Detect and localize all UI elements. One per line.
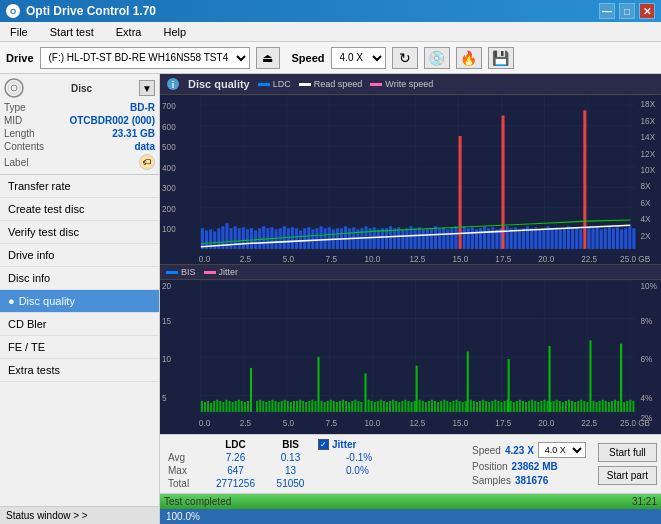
speed-select-control[interactable]: 4.0 X: [538, 442, 586, 458]
jitter-checkbox[interactable]: ✓: [318, 439, 329, 450]
svg-rect-237: [339, 401, 341, 412]
status-window-button[interactable]: Status window > >: [0, 506, 159, 524]
svg-text:7.5: 7.5: [326, 418, 338, 428]
drive-select[interactable]: (F:) HL-DT-ST BD-RE WH16NS58 TST4: [40, 47, 250, 69]
svg-rect-206: [265, 402, 267, 412]
chart-title: Disc quality: [188, 78, 250, 90]
menu-file[interactable]: File: [4, 24, 34, 40]
svg-rect-94: [414, 228, 417, 249]
svg-rect-291: [513, 402, 515, 412]
speed-select[interactable]: 4.0 X: [331, 47, 386, 69]
disc-quality-label: Disc quality: [19, 295, 75, 307]
left-panel: Disc ▼ Type BD-R MID OTCBDR002 (000) Len…: [0, 74, 160, 524]
minimize-button[interactable]: —: [599, 3, 615, 19]
svg-text:i: i: [172, 80, 175, 90]
close-button[interactable]: ✕: [639, 3, 655, 19]
menu-bar: File Start test Extra Help: [0, 22, 661, 42]
menu-help[interactable]: Help: [157, 24, 192, 40]
svg-rect-236: [336, 402, 338, 412]
svg-rect-208: [271, 400, 273, 412]
col-empty: [168, 439, 208, 450]
menu-start-test[interactable]: Start test: [44, 24, 100, 40]
svg-text:17.5: 17.5: [495, 418, 511, 428]
svg-rect-145: [620, 229, 623, 248]
svg-rect-242: [354, 400, 356, 412]
start-full-button[interactable]: Start full: [598, 443, 657, 462]
svg-rect-259: [411, 402, 413, 412]
svg-rect-60: [275, 229, 278, 248]
disc-header: Disc ▼: [4, 78, 155, 98]
svg-text:700: 700: [162, 102, 176, 111]
svg-text:12.5: 12.5: [409, 418, 425, 428]
svg-rect-51: [238, 228, 241, 249]
samples-value: 381676: [515, 475, 548, 486]
svg-rect-245: [368, 400, 370, 412]
svg-rect-227: [305, 402, 307, 412]
menu-extra[interactable]: Extra: [110, 24, 148, 40]
legend-write: Write speed: [370, 79, 433, 89]
progress-percent: 100.0%: [166, 511, 200, 522]
chart-header-icon: i: [166, 77, 180, 91]
nav-drive-info[interactable]: Drive info: [0, 244, 159, 267]
svg-rect-257: [404, 400, 406, 412]
svg-text:6%: 6%: [641, 354, 653, 364]
nav-fe-te[interactable]: FE / TE: [0, 336, 159, 359]
nav-disc-quality[interactable]: ● Disc quality: [0, 290, 159, 313]
total-bis: 51050: [263, 478, 318, 489]
nav-verify-test-disc[interactable]: Verify test disc: [0, 221, 159, 244]
svg-rect-190: [213, 401, 215, 412]
title-bar-controls[interactable]: — □ ✕: [599, 3, 655, 19]
nav-create-test-disc[interactable]: Create test disc: [0, 198, 159, 221]
svg-rect-129: [555, 227, 558, 249]
svg-rect-92: [405, 228, 408, 249]
right-panel: i Disc quality LDC Read speed Write spee…: [160, 74, 661, 524]
disc-section-label: Disc: [71, 83, 92, 94]
svg-text:22.5: 22.5: [581, 255, 597, 264]
svg-text:18X: 18X: [641, 100, 656, 109]
svg-rect-292: [516, 401, 518, 412]
svg-rect-137: [587, 226, 590, 249]
nav-disc-info[interactable]: Disc info: [0, 267, 159, 290]
maximize-button[interactable]: □: [619, 3, 635, 19]
svg-rect-216: [317, 357, 319, 412]
bottom-chart-section: 20 15 10 5 10% 8% 6% 4% 2%: [160, 280, 661, 434]
svg-rect-85: [377, 229, 380, 248]
svg-rect-96: [422, 229, 425, 248]
eject-button[interactable]: ⏏: [256, 47, 280, 69]
svg-rect-274: [459, 401, 461, 412]
svg-rect-251: [386, 402, 388, 412]
disc-expand-button[interactable]: ▼: [139, 80, 155, 96]
svg-text:25.0 GB: 25.0 GB: [620, 255, 651, 264]
svg-rect-146: [624, 228, 627, 249]
svg-rect-69: [311, 229, 314, 248]
svg-rect-289: [507, 400, 509, 412]
svg-text:20.0: 20.0: [538, 255, 554, 264]
disc-mid-row: MID OTCBDR002 (000): [4, 115, 155, 126]
nav-cd-bler[interactable]: CD Bler: [0, 313, 159, 336]
svg-rect-125: [538, 229, 541, 248]
svg-rect-280: [479, 401, 481, 412]
svg-rect-285: [494, 400, 496, 412]
svg-rect-307: [562, 402, 564, 412]
svg-rect-71: [320, 226, 323, 249]
svg-rect-201: [247, 401, 249, 412]
disc-icon-btn[interactable]: 💿: [424, 47, 450, 69]
burn-icon-btn[interactable]: 🔥: [456, 47, 482, 69]
svg-rect-310: [571, 401, 573, 412]
svg-rect-318: [599, 401, 601, 412]
speed-label: Speed: [292, 52, 325, 64]
fe-te-label: FE / TE: [8, 341, 45, 353]
nav-extra-tests[interactable]: Extra tests: [0, 359, 159, 382]
save-button[interactable]: 💾: [488, 47, 514, 69]
svg-rect-325: [623, 402, 625, 412]
label-icon[interactable]: 🏷: [139, 154, 155, 170]
start-part-button[interactable]: Start part: [598, 466, 657, 485]
svg-rect-196: [232, 402, 234, 412]
nav-transfer-rate[interactable]: Transfer rate: [0, 175, 159, 198]
svg-rect-214: [290, 402, 292, 412]
refresh-button[interactable]: ↻: [392, 47, 418, 69]
svg-rect-300: [540, 401, 542, 412]
svg-rect-264: [428, 401, 430, 412]
svg-rect-209: [275, 401, 277, 412]
svg-text:10.0: 10.0: [364, 255, 380, 264]
